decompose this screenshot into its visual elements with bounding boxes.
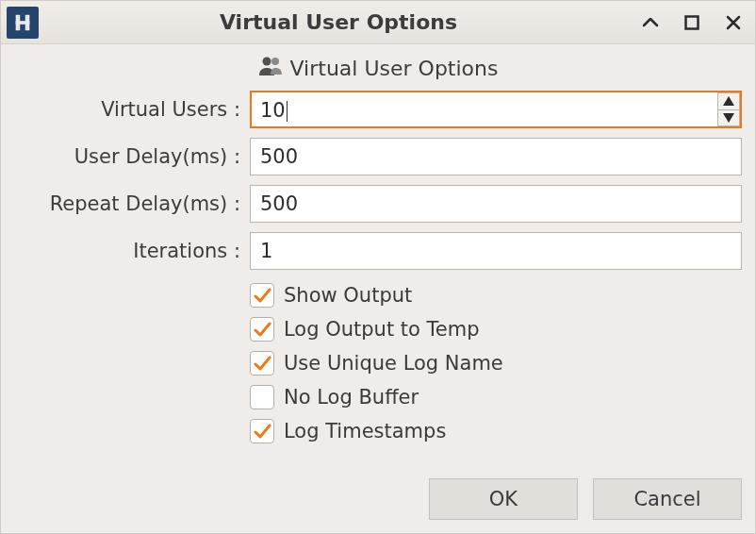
checkbox-group: Show Output Log Output to Temp Use Uniqu… bbox=[250, 279, 742, 443]
log-timestamps-checkbox-row[interactable]: Log Timestamps bbox=[250, 419, 742, 443]
window-controls bbox=[638, 10, 746, 35]
check-icon bbox=[253, 354, 271, 373]
dialog-body: Virtual User Options Virtual Users : 10 … bbox=[1, 44, 755, 533]
spinner-up-button[interactable] bbox=[717, 92, 740, 110]
user-delay-input-wrap bbox=[250, 138, 742, 175]
button-row: OK Cancel bbox=[14, 465, 742, 520]
repeat-delay-input-wrap bbox=[250, 185, 742, 223]
no-log-buffer-label: No Log Buffer bbox=[284, 386, 419, 409]
svg-point-5 bbox=[271, 58, 279, 65]
svg-rect-2 bbox=[16, 21, 30, 25]
maximize-icon[interactable] bbox=[680, 10, 704, 35]
check-icon bbox=[253, 320, 271, 339]
section-header: Virtual User Options bbox=[14, 56, 742, 81]
ok-button[interactable]: OK bbox=[429, 478, 578, 520]
window-title: Virtual User Options bbox=[39, 10, 638, 34]
chevron-up-icon bbox=[723, 96, 734, 106]
show-output-checkbox[interactable] bbox=[250, 283, 274, 308]
iterations-input[interactable] bbox=[250, 232, 742, 270]
svg-rect-3 bbox=[686, 16, 698, 28]
unique-log-name-label: Use Unique Log Name bbox=[284, 352, 503, 375]
no-log-buffer-checkbox-row[interactable]: No Log Buffer bbox=[250, 385, 742, 409]
iterations-label: Iterations : bbox=[14, 240, 240, 262]
spinner-down-button[interactable] bbox=[717, 110, 740, 127]
virtual-users-input-wrap: 10 bbox=[250, 91, 742, 128]
iterations-input-wrap bbox=[250, 232, 742, 270]
text-caret bbox=[287, 101, 288, 122]
unique-log-name-checkbox-row[interactable]: Use Unique Log Name bbox=[250, 351, 742, 375]
form: Virtual Users : 10 User Delay(ms) : Repe… bbox=[14, 91, 742, 443]
close-icon[interactable] bbox=[721, 10, 746, 35]
log-to-temp-checkbox-row[interactable]: Log Output to Temp bbox=[250, 317, 742, 342]
repeat-delay-input[interactable] bbox=[250, 185, 742, 223]
virtual-users-value: 10 bbox=[260, 99, 286, 122]
minimize-icon[interactable] bbox=[638, 10, 663, 35]
dialog-window: Virtual User Options Vi bbox=[0, 0, 756, 534]
section-title: Virtual User Options bbox=[290, 57, 499, 80]
titlebar: Virtual User Options bbox=[1, 1, 755, 44]
show-output-label: Show Output bbox=[284, 284, 412, 307]
users-icon bbox=[258, 56, 283, 81]
no-log-buffer-checkbox[interactable] bbox=[250, 385, 274, 409]
virtual-users-spinner bbox=[717, 92, 740, 126]
virtual-users-input[interactable]: 10 bbox=[250, 91, 742, 128]
virtual-users-label: Virtual Users : bbox=[14, 98, 240, 121]
chevron-down-icon bbox=[723, 113, 734, 123]
app-icon bbox=[7, 7, 39, 39]
show-output-checkbox-row[interactable]: Show Output bbox=[250, 283, 742, 308]
log-timestamps-checkbox[interactable] bbox=[250, 419, 274, 443]
check-icon bbox=[253, 422, 271, 441]
log-timestamps-label: Log Timestamps bbox=[284, 420, 446, 442]
log-to-temp-label: Log Output to Temp bbox=[284, 318, 480, 341]
user-delay-input[interactable] bbox=[250, 138, 742, 175]
log-to-temp-checkbox[interactable] bbox=[250, 317, 274, 342]
user-delay-label: User Delay(ms) : bbox=[14, 145, 240, 168]
check-icon bbox=[253, 286, 271, 305]
repeat-delay-label: Repeat Delay(ms) : bbox=[14, 192, 240, 215]
unique-log-name-checkbox[interactable] bbox=[250, 351, 274, 375]
cancel-button[interactable]: Cancel bbox=[593, 478, 742, 520]
svg-point-4 bbox=[262, 58, 271, 66]
